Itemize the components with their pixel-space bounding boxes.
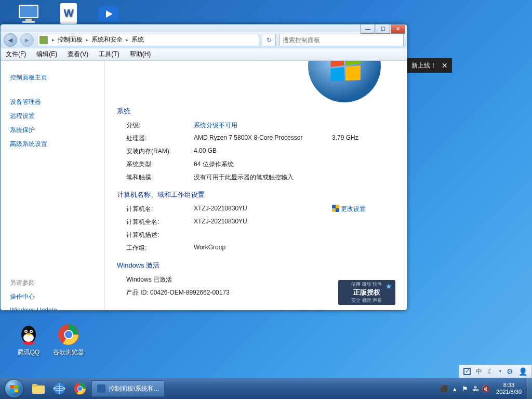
- pinned-explorer[interactable]: [28, 378, 49, 399]
- titlebar[interactable]: [1, 24, 407, 32]
- menu-bar: 文件(F) 编辑(E) 查看(V) 工具(T) 帮助(H): [1, 48, 407, 61]
- sidebar: 控制面板主页 设备管理器 远程设置 系统保护 高级系统设置 另请参阅 操作中心 …: [1, 61, 104, 310]
- address-bar: ◄ ► ▸ 控制面板 ▸ 系统和安全 ▸ 系统 ↻: [1, 32, 407, 48]
- tray-clock[interactable]: 8:33 2021/8/30: [491, 382, 527, 395]
- task-icon: [97, 384, 105, 393]
- sidebar-action-center[interactable]: 操作中心: [10, 292, 95, 301]
- desktop-icon-label: 腾讯QQ: [9, 348, 48, 357]
- clock-time: 8:33: [496, 382, 522, 389]
- desc-value: [194, 231, 394, 240]
- workgroup-label: 工作组:: [126, 244, 194, 252]
- svg-point-16: [65, 331, 72, 338]
- change-settings-link[interactable]: 更改设置: [341, 205, 366, 212]
- full-name-value: XTZJ-20210830YU: [194, 218, 394, 227]
- desktop-icon-label: 谷歌浏览器: [49, 348, 88, 357]
- ime-check-icon[interactable]: [463, 368, 471, 375]
- tray-chevron-icon[interactable]: ▴: [449, 385, 460, 393]
- chevron-right-icon[interactable]: ▸: [51, 37, 56, 43]
- rating-label: 分级:: [126, 121, 194, 130]
- sidebar-advanced-settings[interactable]: 高级系统设置: [10, 140, 95, 149]
- language-bar[interactable]: 中 ☾ • ⚙ 👤: [459, 365, 532, 378]
- svg-rect-18: [32, 384, 37, 387]
- breadcrumb-root[interactable]: 控制面板: [57, 35, 84, 44]
- menu-help[interactable]: 帮助(H): [125, 50, 156, 59]
- gear-icon[interactable]: ⚙: [507, 367, 513, 376]
- cpu-label: 处理器:: [126, 134, 194, 143]
- pc-name-label: 计算机名:: [126, 205, 194, 214]
- control-panel-icon: [39, 36, 48, 44]
- rating-value[interactable]: 系统分级不可用: [194, 121, 394, 130]
- ram-label: 安装内存(RAM):: [126, 147, 194, 156]
- type-label: 系统类型:: [126, 160, 194, 169]
- desktop-icon-wps[interactable]: W: [49, 1, 88, 27]
- sidebar-system-protection[interactable]: 系统保护: [10, 126, 95, 135]
- popup-close-icon[interactable]: ✕: [442, 61, 448, 70]
- desktop-icon-chrome[interactable]: 谷歌浏览器: [49, 322, 88, 357]
- workgroup-value: WorkGroup: [194, 244, 394, 252]
- svg-rect-2: [22, 21, 35, 23]
- desktop-icon-computer[interactable]: [9, 1, 48, 27]
- nav-back-button[interactable]: ◄: [4, 33, 17, 47]
- genuine-badge[interactable]: ★ 使用 微软 软件 正版授权 安全 稳定 声誉: [338, 280, 395, 305]
- breadcrumb-l1[interactable]: 系统和安全: [90, 35, 124, 44]
- ram-value: 4.00 GB: [194, 147, 394, 156]
- pinned-browser[interactable]: [49, 378, 70, 399]
- person-icon[interactable]: 👤: [518, 367, 527, 376]
- section-system-title: 系统: [117, 107, 394, 116]
- pen-label: 笔和触摸:: [126, 173, 194, 182]
- svg-rect-1: [25, 19, 32, 21]
- chevron-right-icon[interactable]: ▸: [85, 37, 89, 43]
- tray-volume-icon[interactable]: 🔇: [481, 385, 491, 393]
- close-button[interactable]: ✕: [391, 24, 405, 34]
- svg-point-13: [26, 333, 31, 335]
- chevron-right-icon[interactable]: ▸: [125, 37, 129, 43]
- system-tray: ⬛ ▴ ⚑ 🖧 🔇 8:33 2021/8/30: [439, 378, 532, 399]
- search-input[interactable]: [279, 34, 404, 46]
- sidebar-device-manager[interactable]: 设备管理器: [10, 98, 95, 107]
- control-panel-window: — ☐ ✕ ◄ ► ▸ 控制面板 ▸ 系统和安全 ▸ 系统 ↻ 文件(F) 编辑…: [0, 24, 407, 311]
- popup-text: 新上线！: [411, 61, 436, 70]
- desktop-icon-video[interactable]: [89, 1, 128, 27]
- taskbar-item-control-panel[interactable]: 控制面板\系统和...: [91, 380, 165, 397]
- star-icon: ★: [385, 282, 392, 290]
- desktop-icon-qq[interactable]: 腾讯QQ: [9, 322, 48, 357]
- punct-icon[interactable]: •: [499, 368, 501, 375]
- start-button[interactable]: [0, 378, 28, 399]
- taskbar: 控制面板\系统和... ⬛ ▴ ⚑ 🖧 🔇 8:33 2021/8/30: [0, 378, 532, 399]
- pinned-chrome[interactable]: [70, 378, 90, 399]
- tray-security-icon[interactable]: ⬛: [439, 385, 449, 393]
- moon-icon[interactable]: ☾: [487, 367, 494, 376]
- nav-forward-button[interactable]: ►: [20, 33, 34, 47]
- content-pane: 系统 分级:系统分级不可用 处理器:AMD Ryzen 7 5800X 8-Co…: [104, 61, 407, 310]
- sidebar-see-also-label: 另请参阅: [10, 278, 95, 287]
- minimize-button[interactable]: —: [361, 24, 375, 34]
- menu-view[interactable]: 查看(V): [62, 50, 94, 59]
- refresh-button[interactable]: ↻: [262, 34, 276, 46]
- show-desktop-button[interactable]: [527, 378, 532, 399]
- svg-point-11: [25, 331, 27, 332]
- breadcrumb-l2[interactable]: 系统: [130, 35, 145, 44]
- desc-label: 计算机描述:: [126, 231, 194, 240]
- task-label: 控制面板\系统和...: [109, 384, 159, 393]
- popup-notification: 新上线！ ✕: [407, 58, 452, 73]
- type-value: 64 位操作系统: [194, 160, 394, 169]
- svg-point-23: [78, 387, 82, 391]
- sidebar-home[interactable]: 控制面板主页: [10, 73, 95, 82]
- sidebar-remote-settings[interactable]: 远程设置: [10, 112, 95, 121]
- maximize-button[interactable]: ☐: [376, 24, 390, 34]
- tray-network-icon[interactable]: 🖧: [470, 385, 481, 393]
- pen-value: 没有可用于此显示器的笔或触控输入: [194, 173, 394, 182]
- ime-lang[interactable]: 中: [476, 367, 482, 376]
- svg-rect-0: [19, 5, 38, 18]
- svg-text:W: W: [64, 7, 74, 19]
- menu-tools[interactable]: 工具(T): [94, 50, 124, 59]
- menu-file[interactable]: 文件(F): [1, 50, 31, 59]
- windows-logo-icon: [308, 61, 381, 102]
- clock-date: 2021/8/30: [496, 389, 522, 395]
- tray-flag-icon[interactable]: ⚑: [460, 385, 470, 393]
- sidebar-windows-update[interactable]: Windows Update: [10, 307, 95, 311]
- section-name-title: 计算机名称、域和工作组设置: [117, 190, 394, 200]
- menu-edit[interactable]: 编辑(E): [31, 50, 62, 59]
- breadcrumb[interactable]: ▸ 控制面板 ▸ 系统和安全 ▸ 系统: [37, 34, 259, 46]
- cpu-speed: 3.79 GHz: [332, 134, 394, 143]
